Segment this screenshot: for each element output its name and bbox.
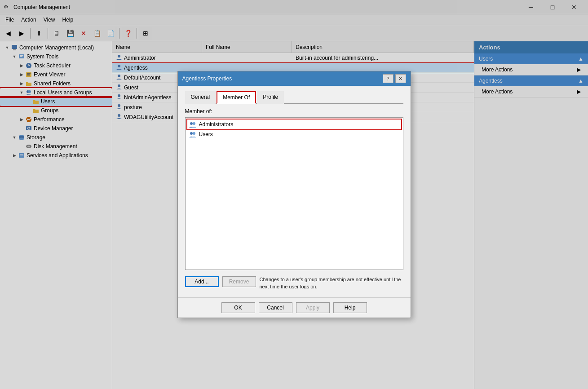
dialog-controls: ? ✕ bbox=[383, 74, 406, 83]
ok-button[interactable]: OK bbox=[221, 302, 255, 313]
group-icon-users bbox=[189, 131, 196, 138]
member-administrators-label: Administrators bbox=[199, 121, 234, 128]
svg-point-33 bbox=[190, 122, 193, 125]
member-item-users[interactable]: Users bbox=[187, 129, 401, 139]
help-footer-button[interactable]: Help bbox=[333, 302, 367, 313]
tab-bar: General Member Of Profile bbox=[185, 91, 403, 104]
svg-point-36 bbox=[193, 132, 195, 135]
dialog-help-button[interactable]: ? bbox=[383, 74, 393, 83]
group-icon-admin bbox=[189, 121, 196, 128]
member-of-label: Member of: bbox=[185, 108, 403, 115]
dialog-title-bar: Agentless Properties ? ✕ bbox=[178, 71, 411, 86]
info-text: Changes to a user's group membership are… bbox=[260, 276, 403, 290]
tab-profile[interactable]: Profile bbox=[257, 91, 284, 104]
dialog-footer: OK Cancel Apply Help bbox=[178, 297, 411, 318]
tab-member-of[interactable]: Member Of bbox=[217, 91, 256, 104]
member-list[interactable]: Administrators Users bbox=[185, 117, 403, 270]
dialog-title: Agentless Properties bbox=[182, 75, 232, 82]
apply-button[interactable]: Apply bbox=[296, 302, 330, 313]
dialog-agentless-properties: Agentless Properties ? ✕ General Member … bbox=[177, 71, 411, 318]
member-of-section: Member of: Administrators Users bbox=[185, 108, 403, 292]
svg-point-35 bbox=[190, 132, 193, 135]
dialog-overlay: Agentless Properties ? ✕ General Member … bbox=[0, 0, 588, 389]
tab-general[interactable]: General bbox=[185, 91, 216, 104]
dialog-close-button[interactable]: ✕ bbox=[395, 74, 406, 83]
member-users-label: Users bbox=[199, 131, 213, 137]
remove-button[interactable]: Remove bbox=[222, 276, 256, 287]
svg-point-34 bbox=[193, 122, 195, 125]
cancel-button[interactable]: Cancel bbox=[259, 302, 292, 313]
add-button[interactable]: Add... bbox=[185, 276, 219, 287]
dialog-content: General Member Of Profile Member of: Adm… bbox=[178, 86, 411, 297]
dialog-actions-row: Add... Remove Changes to a user's group … bbox=[185, 274, 403, 292]
member-item-administrators[interactable]: Administrators bbox=[187, 119, 401, 129]
